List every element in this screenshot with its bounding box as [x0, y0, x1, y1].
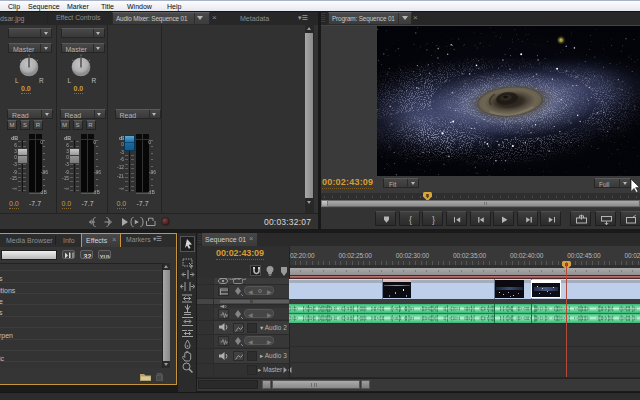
svg-text:YUV: YUV	[100, 254, 111, 260]
svg-text:{: {	[409, 214, 412, 224]
svg-text:}: }	[432, 214, 435, 224]
svg-text:32: 32	[84, 253, 92, 260]
